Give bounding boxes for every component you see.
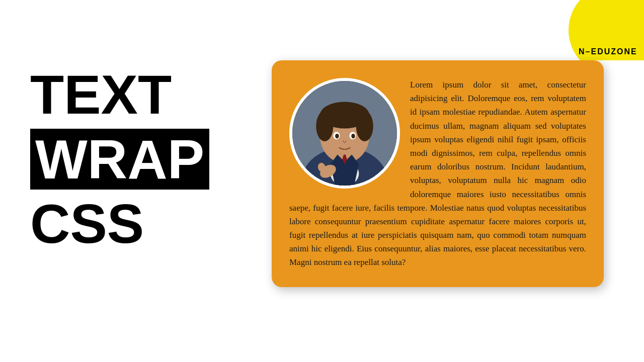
card: Lorem ipsum dolor sit amet, consectetur … <box>272 60 604 287</box>
badge-circle: N–EDUZONE <box>569 0 644 60</box>
svg-point-6 <box>316 111 333 142</box>
svg-point-10 <box>335 134 339 138</box>
title-css: CSS <box>30 195 242 253</box>
title-text: TEXT <box>30 65 242 124</box>
card-inner: Lorem ipsum dolor sit amet, consectetur … <box>289 78 586 269</box>
svg-point-11 <box>351 134 355 138</box>
svg-point-7 <box>356 111 373 142</box>
badge-text: N–EDUZONE <box>579 47 637 56</box>
title-wrap: WRAP <box>30 129 209 190</box>
badge-container: N–EDUZONE <box>564 0 644 60</box>
profile-image <box>289 78 400 189</box>
left-panel: TEXT WRAP CSS <box>30 65 242 252</box>
